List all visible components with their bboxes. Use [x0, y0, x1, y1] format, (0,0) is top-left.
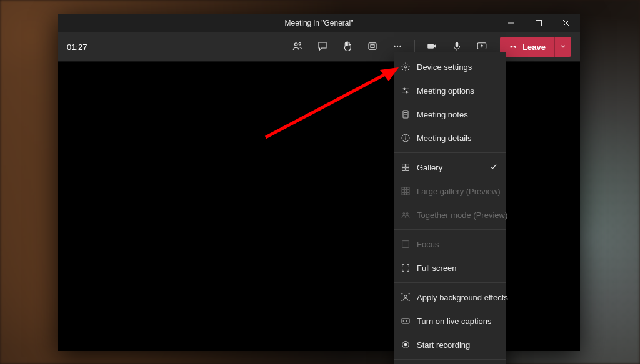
maximize-button[interactable] [525, 14, 552, 32]
menu-apply-background-effects[interactable]: Apply background effects [394, 285, 506, 309]
leave-more-button[interactable] [554, 37, 571, 57]
hand-icon [342, 41, 353, 54]
raise-hand-button[interactable] [337, 36, 358, 57]
svg-point-14 [404, 66, 407, 68]
menu-label: Meeting details [417, 134, 471, 143]
menu-label: Apply background effects [417, 293, 508, 302]
toolbar-separator [414, 40, 415, 54]
svg-rect-26 [402, 164, 406, 167]
svg-point-10 [399, 45, 401, 46]
menu-label: Turn on live captions [417, 317, 491, 326]
rooms-icon [367, 41, 378, 54]
menu-label: Large gallery (Preview) [417, 187, 501, 196]
menu-meeting-notes[interactable]: Meeting notes [394, 102, 506, 126]
svg-point-5 [299, 42, 301, 44]
svg-rect-32 [408, 187, 409, 189]
menu-separator [394, 359, 506, 360]
close-button[interactable] [552, 14, 580, 32]
window-titlebar: Meeting in "General" [58, 14, 580, 32]
record-icon [401, 340, 411, 350]
menu-separator [394, 229, 506, 230]
minimize-button[interactable] [498, 14, 525, 32]
menu-label: Full screen [417, 263, 457, 273]
menu-full-screen[interactable]: Full screen [394, 256, 506, 280]
chat-icon [317, 41, 328, 54]
svg-point-40 [406, 213, 408, 215]
menu-label: Gallery [417, 163, 442, 172]
menu-label: Meeting notes [417, 110, 468, 119]
svg-rect-1 [536, 21, 542, 26]
menu-live-captions[interactable]: Turn on live captions [394, 309, 506, 333]
svg-rect-38 [408, 193, 409, 195]
menu-label: Device settings [417, 62, 472, 72]
svg-point-42 [404, 295, 407, 298]
fullscreen-icon [401, 263, 411, 273]
hangup-icon [509, 42, 518, 52]
participants-button[interactable] [287, 36, 308, 57]
svg-point-4 [295, 42, 298, 46]
large-gallery-icon [401, 186, 411, 196]
svg-point-49 [404, 343, 408, 347]
ellipsis-icon [392, 41, 403, 54]
menu-label: Start recording [417, 340, 470, 350]
menu-label: Together mode (Preview) [417, 210, 508, 220]
menu-meeting-details[interactable]: Meeting details [394, 126, 506, 150]
svg-rect-41 [402, 241, 409, 248]
menu-together-mode: Together mode (Preview) [394, 203, 506, 227]
svg-point-39 [403, 213, 405, 215]
gear-icon [401, 62, 411, 72]
svg-point-8 [394, 45, 395, 46]
chat-button[interactable] [312, 36, 333, 57]
notes-icon [401, 109, 411, 119]
svg-rect-30 [402, 187, 404, 189]
meeting-timer: 01:27 [67, 42, 88, 52]
svg-rect-11 [428, 44, 434, 49]
teams-meeting-window: Meeting in "General" 01:27 [58, 14, 580, 351]
more-actions-menu: Device settings Meeting options Meeting … [394, 52, 506, 364]
together-icon [401, 210, 411, 220]
info-icon [401, 133, 411, 143]
leave-button[interactable]: Leave [500, 37, 554, 57]
menu-meeting-options[interactable]: Meeting options [394, 79, 506, 102]
svg-rect-37 [404, 193, 406, 195]
menu-start-recording[interactable]: Start recording [394, 333, 506, 357]
svg-rect-27 [406, 164, 409, 167]
svg-rect-28 [402, 168, 406, 171]
svg-rect-7 [371, 44, 374, 47]
camera-icon [426, 41, 438, 54]
menu-gallery[interactable]: Gallery [394, 155, 506, 179]
check-icon [489, 162, 498, 173]
svg-point-25 [405, 135, 406, 136]
chevron-down-icon [559, 42, 568, 52]
sliders-icon [401, 86, 411, 96]
svg-rect-12 [456, 42, 459, 47]
svg-rect-6 [369, 42, 376, 49]
mic-icon [451, 41, 462, 54]
leave-label: Leave [522, 42, 546, 52]
window-controls [498, 14, 580, 32]
svg-rect-36 [402, 193, 404, 195]
menu-device-settings[interactable]: Device settings [394, 55, 506, 79]
menu-focus: Focus [394, 232, 506, 256]
rooms-button[interactable] [362, 36, 383, 57]
gallery-icon [401, 162, 411, 172]
svg-rect-31 [404, 187, 406, 189]
background-effects-icon [401, 292, 411, 302]
leave-button-group: Leave [500, 37, 571, 57]
menu-separator [394, 282, 506, 283]
menu-large-gallery: Large gallery (Preview) [394, 179, 506, 203]
svg-rect-33 [402, 190, 404, 192]
menu-label: Focus [417, 240, 439, 249]
people-icon [292, 41, 303, 54]
svg-rect-29 [406, 168, 409, 171]
focus-icon [401, 239, 411, 249]
share-icon [476, 41, 488, 54]
menu-label: Meeting options [417, 86, 474, 96]
svg-rect-34 [404, 190, 406, 192]
captions-icon [401, 316, 411, 326]
menu-separator [394, 152, 506, 153]
svg-rect-35 [408, 190, 409, 192]
svg-point-9 [397, 45, 398, 46]
